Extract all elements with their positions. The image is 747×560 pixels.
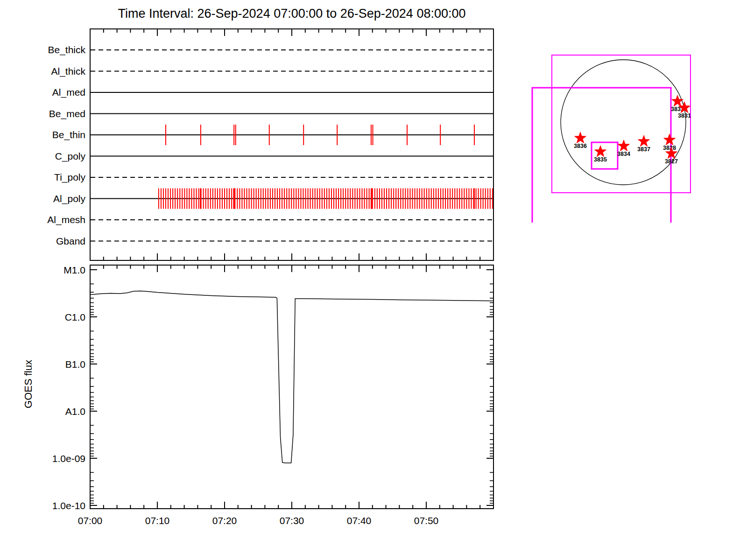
channel-label: Be_med xyxy=(49,108,85,119)
channel-label: Ti_poly xyxy=(54,172,85,183)
active-region-label: 3827 xyxy=(665,158,678,165)
y-tick-label: M1.0 xyxy=(63,265,85,275)
active-region-label: 3835 xyxy=(594,156,607,163)
channel-label: Al_med xyxy=(52,87,85,98)
x-tick-label: 07:00 xyxy=(78,515,103,526)
x-tick-label: 07:50 xyxy=(414,515,439,526)
fov-box-small xyxy=(592,142,618,169)
y-tick-label: C1.0 xyxy=(65,312,85,322)
y-tick-label: A1.0 xyxy=(65,406,85,417)
x-tick-label: 07:40 xyxy=(347,515,372,526)
plot-canvas: Time Interval: 26-Sep-2024 07:00:00 to 2… xyxy=(0,0,747,560)
active-region-star xyxy=(575,132,586,143)
channel-label: Al_thick xyxy=(51,66,85,77)
active-region-star xyxy=(672,95,684,106)
channel-label: Be_thick xyxy=(48,44,85,56)
observation-plot-svg: Be_thickAl_thickAl_medBe_medBe_thinC_pol… xyxy=(0,0,747,560)
solar-limb-circle xyxy=(561,60,686,185)
active-region-label: 3834 xyxy=(617,151,630,157)
active-region-star xyxy=(595,146,606,157)
plot-title: Time Interval: 26-Sep-2024 07:00:00 to 2… xyxy=(90,7,493,21)
channel-label: Al_poly xyxy=(53,193,85,204)
channel-label: C_poly xyxy=(55,151,86,162)
channel-label: Al_mesh xyxy=(47,214,85,225)
goes-flux-curve xyxy=(90,291,493,463)
active-region-label: 3837 xyxy=(637,146,650,153)
active-region-star xyxy=(638,135,650,147)
fov-box-outer xyxy=(552,55,691,193)
active-region-label: 3836 xyxy=(574,143,587,149)
x-tick-label: 07:10 xyxy=(145,515,170,526)
channel-label: Gband xyxy=(56,236,85,246)
y-tick-label: 1.0e-09 xyxy=(52,453,85,464)
x-tick-label: 07:30 xyxy=(280,515,304,526)
active-region-label: 3831 xyxy=(678,112,691,119)
y-tick-label: 1.0e-10 xyxy=(52,500,85,511)
active-region-label: 3828 xyxy=(663,145,676,151)
timeline-frame xyxy=(90,29,493,260)
active-region-star xyxy=(618,140,630,151)
active-region-star xyxy=(664,134,676,145)
y-tick-label: B1.0 xyxy=(65,359,85,370)
x-tick-label: 07:20 xyxy=(212,515,237,526)
goes-flux-axis-title: GOES flux xyxy=(21,344,35,424)
channel-label: Be_thin xyxy=(52,129,85,140)
goes-frame xyxy=(90,265,493,509)
